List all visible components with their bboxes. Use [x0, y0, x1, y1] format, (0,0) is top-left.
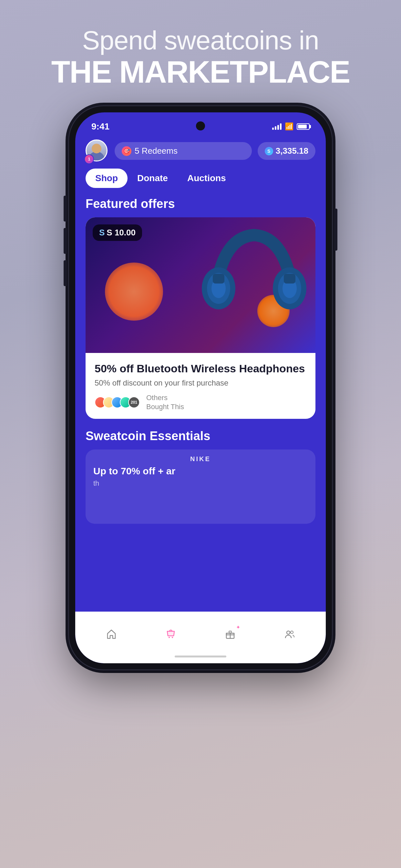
tab-donate[interactable]: Donate [127, 168, 178, 188]
featured-title: Featured offers [86, 197, 315, 211]
featured-section: Featured offers S S 10.00 [86, 197, 315, 524]
sweatcoin-symbol-icon: S [265, 147, 273, 155]
svg-point-8 [168, 637, 170, 638]
essentials-section: Sweatcoin Essentials NIKE Up to 70% off … [86, 429, 315, 524]
tab-auctions[interactable]: Auctions [178, 168, 236, 188]
balance-pill[interactable]: S 3,335.18 [258, 142, 315, 160]
card-price-badge: S S 10.00 [93, 224, 142, 241]
phone-screen: 9:41 📶 [75, 113, 326, 663]
buyer-text: Others Bought This [146, 393, 184, 412]
camera-notch [196, 121, 205, 130]
nav-item-home[interactable] [82, 626, 141, 642]
buyer-count-badge: 201 [128, 397, 140, 408]
card-buyers: 201 Others Bought This [95, 393, 306, 412]
nike-logo: NIKE [190, 455, 211, 463]
friends-icon [281, 626, 298, 642]
tab-nav: Shop Donate Auctions [86, 168, 315, 188]
avatar-container[interactable]: 1 [86, 140, 109, 163]
featured-card[interactable]: S S 10.00 [86, 217, 315, 419]
buyer-avatars: 201 [95, 397, 136, 408]
battery-icon [297, 123, 310, 130]
card-title: 50% off Bluetooth Wireless Headphones [95, 362, 306, 375]
deco-circle-1 [105, 262, 163, 321]
status-time: 9:41 [91, 121, 110, 132]
title-line1: Spend sweatcoins in [0, 26, 401, 55]
card-description: 50% off discount on your first purchase [95, 378, 306, 388]
redeems-text: 5 Redeems [135, 146, 178, 156]
sparkle-icon: ✦ [236, 624, 240, 630]
page-title-area: Spend sweatcoins in THE MARKETPLACE [0, 0, 401, 102]
nike-sub: th [93, 479, 99, 488]
essentials-title: Sweatcoin Essentials [86, 429, 315, 443]
svg-point-11 [287, 631, 290, 634]
gift-icon: ✦ [222, 626, 238, 642]
headphones-icon [199, 224, 309, 346]
avatar-badge: 1 [84, 154, 94, 164]
nav-item-rewards[interactable]: ✦ [201, 626, 260, 642]
shop-icon [163, 626, 179, 642]
header-row: 1 🎯 5 Redeems S 3,335.18 [86, 140, 315, 163]
svg-point-9 [172, 637, 173, 638]
card-image-area: S S 10.00 [86, 217, 315, 353]
home-icon [103, 626, 120, 642]
nike-offer: Up to 70% off + ar [93, 466, 175, 476]
card-body: 50% off Bluetooth Wireless Headphones 50… [86, 353, 315, 419]
svg-rect-3 [213, 274, 224, 283]
svg-rect-7 [284, 274, 296, 283]
nav-item-shop[interactable] [141, 626, 201, 642]
balance-text: 3,335.18 [276, 146, 308, 156]
status-icons: 📶 [272, 122, 310, 131]
svg-point-12 [290, 631, 293, 633]
tab-shop[interactable]: Shop [86, 168, 127, 188]
redeems-icon: 🎯 [122, 146, 131, 156]
title-line2: THE MARKETPLACE [0, 55, 401, 89]
nike-card[interactable]: NIKE Up to 70% off + ar th [86, 450, 315, 524]
home-indicator [175, 655, 226, 657]
signal-icon [272, 123, 281, 130]
nav-item-friends[interactable] [260, 626, 319, 642]
redeems-pill[interactable]: 🎯 5 Redeems [115, 142, 252, 160]
phone-frame: 9:41 📶 [68, 105, 333, 671]
wifi-icon: 📶 [285, 122, 294, 131]
